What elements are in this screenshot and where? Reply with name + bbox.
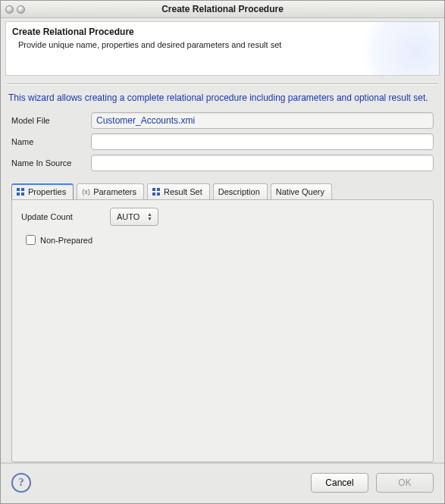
- cancel-button[interactable]: Cancel: [311, 473, 368, 493]
- properties-icon: [17, 188, 24, 196]
- tab-result-set[interactable]: Result Set: [147, 183, 210, 199]
- non-prepared-checkbox[interactable]: [26, 235, 36, 245]
- header-subtitle: Provide unique name, properties and desi…: [12, 37, 433, 49]
- tab-label: Native Query: [276, 187, 324, 196]
- update-count-label: Update Count: [21, 212, 101, 221]
- name-label: Name: [11, 137, 91, 146]
- form-area: Model File Customer_Accounts.xmi Name Na…: [1, 112, 444, 179]
- tab-label: Parameters: [93, 187, 136, 196]
- help-icon[interactable]: ?: [11, 473, 31, 493]
- tab-strip: Properties (x) Parameters Result Set Des…: [11, 183, 434, 199]
- name-input[interactable]: [91, 133, 434, 150]
- tab-native-query[interactable]: Native Query: [271, 183, 332, 199]
- tab-label: Result Set: [164, 187, 202, 196]
- tab-properties[interactable]: Properties: [11, 183, 74, 199]
- update-count-value: AUTO: [117, 212, 139, 221]
- tab-description[interactable]: Description: [213, 183, 268, 199]
- footer-buttons: Cancel OK: [311, 473, 434, 493]
- header-title: Create Relational Procedure: [12, 27, 433, 37]
- dialog-window: Create Relational Procedure Create Relat…: [0, 0, 445, 504]
- row-non-prepared: Non-Prepared: [21, 235, 424, 245]
- window-title: Create Relational Procedure: [1, 4, 444, 14]
- name-in-source-label: Name In Source: [11, 158, 91, 167]
- row-name-in-source: Name In Source: [11, 155, 434, 171]
- name-in-source-input[interactable]: [91, 155, 434, 171]
- tab-label: Description: [218, 187, 260, 196]
- model-file-label: Model File: [11, 116, 91, 125]
- tab-label: Properties: [28, 187, 66, 196]
- tab-parameters[interactable]: (x) Parameters: [77, 183, 144, 199]
- row-model-file: Model File Customer_Accounts.xmi: [11, 112, 434, 129]
- model-file-field: Customer_Accounts.xmi: [91, 112, 434, 129]
- row-name: Name: [11, 133, 434, 150]
- update-count-select[interactable]: AUTO ▲▼: [110, 208, 158, 226]
- tabs-container: Properties (x) Parameters Result Set Des…: [11, 183, 434, 462]
- row-update-count: Update Count AUTO ▲▼: [21, 208, 424, 226]
- non-prepared-label: Non-Prepared: [40, 236, 92, 245]
- footer: ? Cancel OK: [1, 462, 444, 503]
- titlebar: Create Relational Procedure: [1, 1, 444, 18]
- header-panel: Create Relational Procedure Provide uniq…: [5, 21, 440, 76]
- parameters-icon: (x): [82, 188, 89, 196]
- result-set-icon: [152, 188, 160, 196]
- ok-button[interactable]: OK: [376, 473, 434, 493]
- properties-panel: Update Count AUTO ▲▼ Non-Prepared: [11, 199, 434, 462]
- wizard-description: This wizard allows creating a complete r…: [1, 85, 444, 112]
- spinner-icon: ▲▼: [144, 212, 155, 221]
